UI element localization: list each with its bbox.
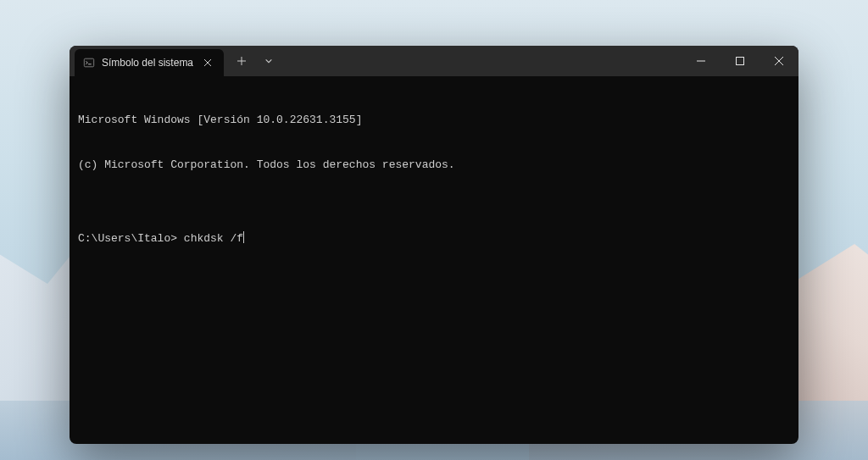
window-controls [682, 46, 798, 76]
tabs-dropdown-button[interactable] [256, 49, 281, 73]
titlebar-drag-area[interactable] [281, 46, 682, 76]
terminal-prompt: C:\Users\Italo> [78, 231, 177, 247]
tab-active[interactable]: Símbolo del sistema [75, 49, 224, 76]
terminal-line: Microsoft Windows [Versión 10.0.22631.31… [78, 113, 790, 128]
new-tab-area [224, 46, 281, 76]
terminal-window: Símbolo del sistema [70, 46, 798, 444]
svg-rect-7 [737, 58, 744, 65]
cmd-icon [83, 57, 95, 69]
terminal-line: (c) Microsoft Corporation. Todos los der… [78, 158, 790, 173]
minimize-button[interactable] [682, 46, 721, 76]
maximize-button[interactable] [721, 46, 760, 76]
terminal-prompt-line: C:\Users\Italo> chkdsk /f [78, 231, 790, 247]
close-button[interactable] [760, 46, 798, 76]
tab-strip: Símbolo del sistema [70, 46, 224, 76]
terminal-cursor [243, 231, 244, 243]
terminal-command: chkdsk /f [184, 231, 243, 247]
new-tab-button[interactable] [229, 49, 254, 73]
titlebar[interactable]: Símbolo del sistema [70, 46, 798, 76]
svg-rect-0 [84, 58, 93, 67]
terminal-output[interactable]: Microsoft Windows [Versión 10.0.22631.31… [70, 76, 798, 444]
tab-close-button[interactable] [200, 55, 215, 70]
tab-title: Símbolo del sistema [102, 57, 193, 69]
